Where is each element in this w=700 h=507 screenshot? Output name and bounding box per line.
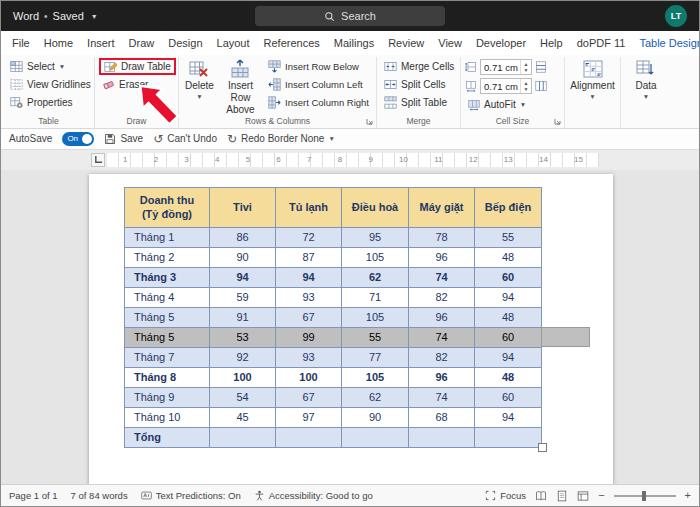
table-cell[interactable]	[342, 427, 409, 447]
table-cell[interactable]: 45	[210, 407, 276, 427]
table-cell[interactable]: 100	[210, 367, 276, 387]
table-cell[interactable]	[409, 427, 475, 447]
table-cell[interactable]: 105	[342, 367, 409, 387]
table-cell[interactable]: 94	[210, 267, 276, 287]
table-cell[interactable]: 95	[342, 227, 409, 247]
table-cell[interactable]: 60	[475, 327, 542, 347]
table-header-cell[interactable]: Doanh thu (Tỷ đồng)	[125, 187, 210, 227]
table-row[interactable]: Tháng 79293778294	[125, 347, 542, 367]
table-cell[interactable]: 55	[342, 327, 409, 347]
eraser-button[interactable]: Eraser	[99, 76, 176, 93]
tab-layout[interactable]: Layout	[210, 31, 257, 55]
table-cell[interactable]: 82	[409, 287, 475, 307]
table-cell[interactable]: Tháng 3	[125, 267, 210, 287]
tab-draw[interactable]: Draw	[122, 31, 162, 55]
select-button[interactable]: Select ▼	[7, 58, 94, 75]
table-row[interactable]: Tháng 81001001059648	[125, 367, 542, 387]
table-cell[interactable]	[210, 427, 276, 447]
row-height-input[interactable]: 0.71 cm ▲▼	[480, 59, 532, 75]
chevron-down-icon[interactable]: ▼	[91, 13, 98, 20]
dialog-launcher-icon[interactable]	[366, 118, 374, 126]
delete-button[interactable]: Delete ▼	[183, 58, 216, 100]
web-layout-icon[interactable]	[577, 490, 589, 502]
redo-button[interactable]: ↻ Redo Border None ▼	[227, 133, 335, 145]
data-button[interactable]: Data ▼	[625, 58, 667, 100]
insert-row-above-button[interactable]: Insert Row Above	[219, 58, 262, 116]
column-width-input[interactable]: 0.71 cm ▲▼	[480, 78, 532, 94]
document-canvas[interactable]: Doanh thu (Tỷ đồng)TiviTủ lạnhĐiều hoàMá…	[1, 170, 699, 485]
alignment-button[interactable]: Alignment ▼	[569, 58, 616, 100]
table-cell[interactable]: 87	[276, 247, 342, 267]
table-cell[interactable]: 54	[210, 387, 276, 407]
table-row[interactable]: Tháng 39494627460	[125, 267, 542, 287]
table-cell[interactable]: 86	[210, 227, 276, 247]
insert-row-below-button[interactable]: Insert Row Below	[265, 58, 372, 75]
table-cell[interactable]: 60	[475, 267, 542, 287]
table-cell[interactable]: 90	[210, 247, 276, 267]
table-cell[interactable]: 105	[342, 307, 409, 327]
table-cell[interactable]: 94	[475, 287, 542, 307]
zoom-slider[interactable]	[614, 495, 676, 497]
table-cell[interactable]: 91	[210, 307, 276, 327]
undo-button[interactable]: ↺ Can't Undo	[153, 133, 217, 145]
table-cell[interactable]: 68	[409, 407, 475, 427]
table-cell[interactable]: Tháng 8	[125, 367, 210, 387]
document-table[interactable]: Doanh thu (Tỷ đồng)TiviTủ lạnhĐiều hoàMá…	[124, 187, 542, 448]
table-cell[interactable]: 77	[342, 347, 409, 367]
table-cell[interactable]: 94	[475, 347, 542, 367]
save-button[interactable]: Save	[104, 133, 143, 145]
avatar[interactable]: LT	[665, 5, 687, 27]
split-table-button[interactable]: Split Table	[381, 94, 457, 111]
tab-file[interactable]: File	[5, 31, 37, 55]
table-cell[interactable]: 48	[475, 307, 542, 327]
table-cell[interactable]: 62	[342, 387, 409, 407]
table-cell[interactable]: 71	[342, 287, 409, 307]
draw-table-button[interactable]: Draw Table	[99, 58, 176, 75]
tab-help[interactable]: Help	[533, 31, 570, 55]
tab-table-design[interactable]: Table Design	[632, 31, 700, 55]
document-page[interactable]: Doanh thu (Tỷ đồng)TiviTủ lạnhĐiều hoàMá…	[89, 174, 613, 485]
ruler-tab-selector[interactable]	[91, 153, 105, 167]
properties-button[interactable]: Properties	[7, 94, 94, 111]
distribute-columns-icon[interactable]	[535, 80, 547, 92]
table-cell[interactable]: Tháng 10	[125, 407, 210, 427]
focus-button[interactable]: Focus	[485, 490, 526, 501]
zoom-in-icon[interactable]: +	[685, 490, 691, 501]
table-cell[interactable]: Tháng 5	[125, 307, 210, 327]
table-row[interactable]: Tổng	[125, 427, 542, 447]
table-cell[interactable]: Tổng	[125, 427, 210, 447]
split-cells-button[interactable]: Split Cells	[381, 76, 457, 93]
table-cell[interactable]: 72	[276, 227, 342, 247]
text-predictions[interactable]: Text Predictions: On	[141, 490, 241, 501]
table-header-cell[interactable]: Bếp điện	[475, 187, 542, 227]
table-cell[interactable]: 74	[409, 387, 475, 407]
table-cell[interactable]: 67	[276, 307, 342, 327]
tab-review[interactable]: Review	[381, 31, 431, 55]
table-cell[interactable]: 48	[475, 367, 542, 387]
table-cell[interactable]: 74	[409, 327, 475, 347]
table-cell[interactable]: Tháng 2	[125, 247, 210, 267]
zoom-out-icon[interactable]: −	[598, 490, 604, 501]
table-cell[interactable]: 59	[210, 287, 276, 307]
table-cell[interactable]: 96	[409, 247, 475, 267]
table-row[interactable]: Tháng 290871059648	[125, 247, 542, 267]
page-count[interactable]: Page 1 of 1	[9, 490, 58, 501]
table-row[interactable]: Tháng 591671059648	[125, 307, 542, 327]
table-cell[interactable]: 92	[210, 347, 276, 367]
table-cell[interactable]: 62	[342, 267, 409, 287]
table-row[interactable]: Tháng 95467627460	[125, 387, 542, 407]
table-header-cell[interactable]: Tivi	[210, 187, 276, 227]
table-cell[interactable]: 60	[475, 387, 542, 407]
search-box[interactable]: Search	[255, 6, 445, 26]
table-cell[interactable]: 67	[276, 387, 342, 407]
table-row[interactable]: Tháng 18672957855	[125, 227, 542, 247]
tab-developer[interactable]: Developer	[469, 31, 533, 55]
accessibility-status[interactable]: Accessibility: Good to go	[254, 490, 373, 501]
table-header-cell[interactable]: Máy giặt	[409, 187, 475, 227]
table-cell[interactable]: 94	[276, 267, 342, 287]
table-cell[interactable]: 100	[276, 367, 342, 387]
table-resize-handle[interactable]	[538, 443, 547, 452]
tab-home[interactable]: Home	[37, 31, 80, 55]
table-cell[interactable]: 105	[342, 247, 409, 267]
table-cell[interactable]: 53	[210, 327, 276, 347]
